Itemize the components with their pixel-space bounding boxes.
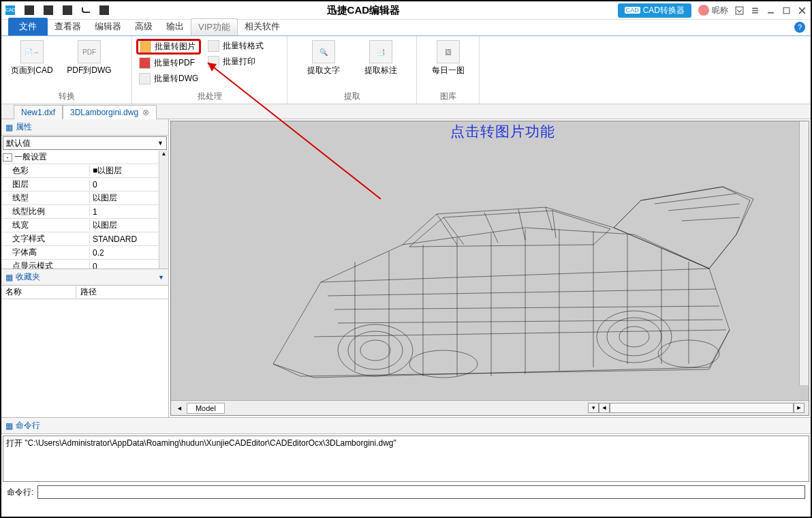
property-row[interactable]: 图层0 xyxy=(1,178,159,192)
default-value-combo[interactable]: 默认值▼ xyxy=(3,136,167,150)
app-logo-icon: CAD xyxy=(5,5,15,15)
svg-point-4 xyxy=(360,340,390,361)
scroll-dropdown-icon[interactable]: ▾ xyxy=(588,403,599,413)
menu-icon[interactable] xyxy=(751,6,760,15)
ribbon: 📄→页面到CAD PDFPDF到DWG 转换 批量转图片 批量转PDF 批量转D… xyxy=(1,36,811,104)
properties-header: ▦属性 xyxy=(1,119,168,136)
chevron-down-icon: ▼ xyxy=(157,140,163,147)
svg-point-5 xyxy=(597,311,672,363)
batch-dwg-icon xyxy=(139,73,151,85)
svg-rect-0 xyxy=(736,7,743,14)
tab-close-icon[interactable]: ⊗ xyxy=(142,108,149,117)
properties-panel: ▦属性 默认值▼ -一般设置 色彩■以图层图层0线型以图层线型比例1线宽以图层文… xyxy=(1,119,169,417)
properties-icon: ▦ xyxy=(5,123,13,132)
menu-editor[interactable]: 编辑器 xyxy=(88,18,128,35)
menu-viewer[interactable]: 查看器 xyxy=(48,18,88,35)
batch-to-pdf-button[interactable]: 批量转PDF xyxy=(136,56,201,70)
favorites-list xyxy=(1,299,168,417)
svg-point-7 xyxy=(619,326,649,347)
group-batch-label: 批处理 xyxy=(136,91,283,104)
drawing-canvas[interactable]: 点击转图片功能 xyxy=(171,121,809,400)
batch-to-dwg-button[interactable]: 批量转DWG xyxy=(136,72,201,86)
group-extract-label: 提取 xyxy=(292,91,412,104)
menu-file[interactable]: 文件 xyxy=(8,18,48,35)
property-row[interactable]: 色彩■以图层 xyxy=(1,164,159,178)
property-row[interactable]: 点显示模式0 xyxy=(1,260,159,269)
scroll-right-icon[interactable]: ► xyxy=(794,403,805,413)
batch-to-format-button[interactable]: 批量转格式 xyxy=(205,39,266,53)
user-nickname[interactable]: 昵称 xyxy=(698,5,728,16)
app-title: 迅捷CAD编辑器 xyxy=(109,4,618,17)
group-convert-label: 转换 xyxy=(5,91,127,104)
page-to-cad-button[interactable]: 📄→页面到CAD xyxy=(5,39,59,78)
daily-image-button[interactable]: 🖼每日一图 xyxy=(422,39,475,78)
dropdown-icon[interactable] xyxy=(735,6,744,15)
extract-text-icon: 🔍 xyxy=(312,40,335,63)
svg-rect-1 xyxy=(783,7,790,14)
svg-point-2 xyxy=(338,324,413,376)
chevron-down-icon[interactable]: ▼ xyxy=(158,274,164,281)
commandline-header: ▦命令行 xyxy=(1,417,811,434)
open-icon[interactable] xyxy=(44,5,53,15)
pdf-to-dwg-icon: PDF xyxy=(78,40,101,63)
titlebar: CAD 迅捷CAD编辑器 CADCAD转换器 昵称 xyxy=(1,1,811,20)
commandline-log: 打开 "C:\Users\Administrator\AppData\Roami… xyxy=(3,436,809,482)
daily-image-icon: 🖼 xyxy=(437,40,460,63)
commandline-input[interactable] xyxy=(37,485,805,499)
extract-annot-icon: 📑 xyxy=(369,40,392,63)
favorites-icon: ▦ xyxy=(5,273,13,282)
batch-pdf-icon xyxy=(139,57,151,69)
property-table: 色彩■以图层图层0线型以图层线型比例1线宽以图层文字样式STANDARD字体高0… xyxy=(1,164,159,269)
commandline-prompt: 命令行: xyxy=(7,487,33,498)
cad-converter-button[interactable]: CADCAD转换器 xyxy=(618,3,691,18)
scroll-left-icon[interactable]: ◄ xyxy=(599,403,610,413)
help-icon[interactable]: ? xyxy=(794,22,805,33)
batch-format-icon xyxy=(208,40,219,52)
extract-text-button[interactable]: 🔍提取文字 xyxy=(297,39,350,78)
commandline-input-row: 命令行: xyxy=(1,483,811,502)
property-row[interactable]: 线型以图层 xyxy=(1,192,159,205)
property-row[interactable]: 线宽以图层 xyxy=(1,219,159,232)
save-icon[interactable] xyxy=(63,5,72,15)
close-icon[interactable] xyxy=(798,6,807,15)
canvas-vscrollbar[interactable] xyxy=(799,121,809,385)
batch-to-image-button[interactable]: 批量转图片 xyxy=(136,39,201,55)
favorites-columns: 名称 路径 xyxy=(1,286,168,299)
col-name[interactable]: 名称 xyxy=(1,286,76,298)
document-tabs: New1.dxf 3DLamborgini.dwg⊗ xyxy=(1,104,811,119)
canvas-hscrollbar[interactable]: ▾ ◄ ► xyxy=(588,403,805,413)
page-to-cad-icon: 📄→ xyxy=(20,40,44,63)
property-row[interactable]: 文字样式STANDARD xyxy=(1,232,159,246)
commandline-icon: ▦ xyxy=(5,421,13,431)
undo-icon[interactable] xyxy=(82,7,90,13)
section-general[interactable]: -一般设置 xyxy=(1,151,159,164)
menu-related[interactable]: 相关软件 xyxy=(238,18,287,35)
print-icon[interactable] xyxy=(99,5,109,15)
model-tab[interactable]: Model xyxy=(187,403,225,414)
panel-scrollbar[interactable]: ▲ xyxy=(159,151,168,269)
pdf-to-dwg-button[interactable]: PDFPDF到DWG xyxy=(63,39,116,78)
menu-vip[interactable]: VIP功能 xyxy=(191,18,238,35)
tab-prev-icon[interactable]: ◄ xyxy=(176,405,183,412)
col-path[interactable]: 路径 xyxy=(76,286,97,298)
menu-advanced[interactable]: 高级 xyxy=(128,18,159,35)
batch-print-button[interactable]: 批量打印 xyxy=(205,55,266,69)
favorites-header: ▦收藏夹▼ xyxy=(1,269,168,286)
drawing-canvas-wrap: – ❐ ✕ 点击转图片功能 xyxy=(170,121,809,416)
menubar: 文件 查看器 编辑器 高级 输出 VIP功能 相关软件 ? xyxy=(1,20,811,36)
menu-output[interactable]: 输出 xyxy=(159,18,191,35)
batch-print-icon xyxy=(208,56,219,67)
new-icon[interactable] xyxy=(25,5,34,15)
svg-point-3 xyxy=(348,331,403,369)
svg-point-6 xyxy=(607,318,661,356)
tab-3dlamborgini[interactable]: 3DLamborgini.dwg⊗ xyxy=(63,105,157,119)
property-row[interactable]: 字体高0.2 xyxy=(1,246,159,260)
property-row[interactable]: 线型比例1 xyxy=(1,205,159,219)
workspace: ▦属性 默认值▼ -一般设置 色彩■以图层图层0线型以图层线型比例1线宽以图层文… xyxy=(1,119,811,417)
maximize-icon[interactable] xyxy=(782,6,791,15)
minimize-icon[interactable] xyxy=(766,6,775,15)
car-wireframe xyxy=(232,125,770,398)
group-gallery-label: 图库 xyxy=(421,91,475,104)
tab-new1[interactable]: New1.dxf xyxy=(14,105,63,119)
extract-annot-button[interactable]: 📑提取标注 xyxy=(354,39,407,78)
